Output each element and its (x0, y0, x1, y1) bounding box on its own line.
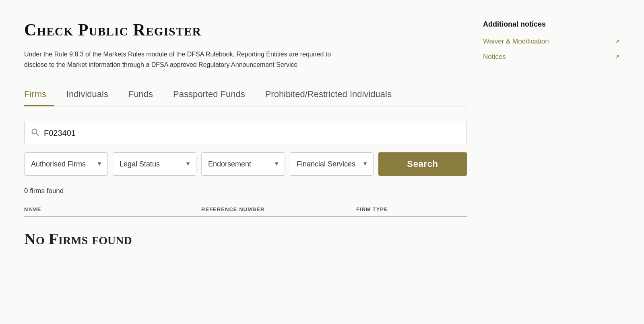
column-name: NAME (24, 202, 201, 217)
main-content: Check Public Register Under the Rule 9.8… (24, 20, 467, 248)
tab-firms[interactable]: Firms (24, 85, 54, 106)
table-header-row: NAME REFERENCE NUMBER FIRM TYPE (24, 202, 467, 217)
sidebar-link-notices[interactable]: Notices ↗ (483, 53, 620, 61)
sidebar-link-waiver[interactable]: Waiver & Modification ↗ (483, 37, 620, 46)
column-firm-type: FIRM TYPE (356, 202, 467, 217)
firm-type-filter: Authorised Firms Registered Firms Repres… (24, 152, 108, 176)
page-title: Check Public Register (24, 20, 467, 39)
external-link-icon-waiver: ↗ (615, 38, 620, 45)
tabs-container: Firms Individuals Funds Passported Funds… (24, 84, 467, 106)
search-input[interactable] (44, 129, 460, 138)
firm-type-select[interactable]: Authorised Firms Registered Firms Repres… (24, 152, 108, 176)
results-table: NAME REFERENCE NUMBER FIRM TYPE (24, 202, 467, 217)
tab-prohibited[interactable]: Prohibited/Restricted Individuals (265, 85, 400, 106)
no-results-title: No Firms found (24, 229, 467, 248)
results-count: 0 firms found (24, 187, 467, 195)
column-reference: REFERENCE NUMBER (201, 202, 356, 217)
search-button[interactable]: Search (378, 152, 467, 176)
financial-services-select[interactable]: Financial Services Banking Insurance Ass… (290, 152, 374, 176)
financial-services-filter: Financial Services Banking Insurance Ass… (290, 152, 374, 176)
sidebar: Additional notices Waiver & Modification… (483, 20, 620, 248)
sidebar-link-waiver-label: Waiver & Modification (483, 37, 611, 46)
sidebar-title: Additional notices (483, 20, 620, 29)
sidebar-link-notices-label: Notices (483, 53, 611, 61)
search-box (24, 121, 467, 145)
filters-row: Authorised Firms Registered Firms Repres… (24, 152, 467, 176)
legal-status-select[interactable]: Legal Status Active Inactive (113, 152, 196, 176)
page-description: Under the Rule 9.8.3 of the Markets Rule… (24, 49, 354, 70)
external-link-icon-notices: ↗ (615, 53, 620, 60)
search-icon (31, 128, 39, 138)
tab-passported-funds[interactable]: Passported Funds (173, 85, 253, 106)
endorsement-filter: Endorsement Yes No ▼ (201, 152, 285, 176)
legal-status-filter: Legal Status Active Inactive ▼ (113, 152, 196, 176)
endorsement-select[interactable]: Endorsement Yes No (201, 152, 285, 176)
svg-line-1 (36, 133, 39, 136)
tab-funds[interactable]: Funds (128, 85, 161, 106)
tab-individuals[interactable]: Individuals (66, 85, 116, 106)
